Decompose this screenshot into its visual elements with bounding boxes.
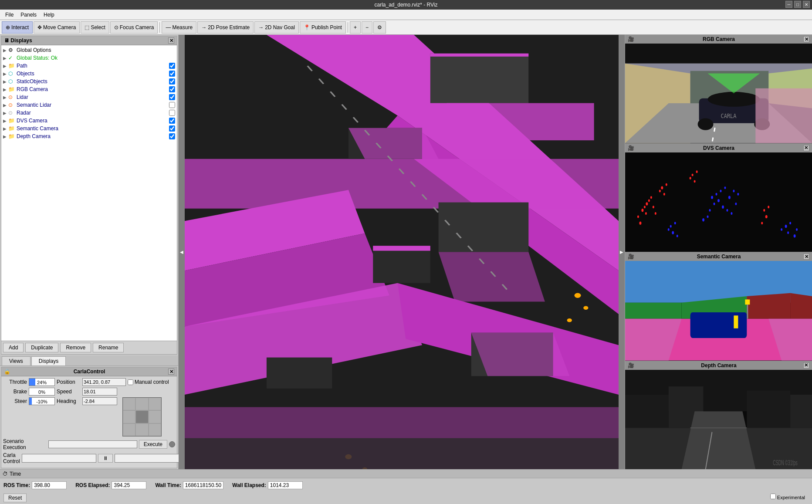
title-bar: carla_ad_demo.rviz* - RViz ─ □ ✕: [0, 0, 812, 10]
rgb-camera-checkbox[interactable]: [169, 86, 175, 92]
duplicate-button[interactable]: Duplicate: [25, 343, 58, 352]
list-item[interactable]: ▶ ⊙ Semantic Lidar: [1, 101, 177, 109]
svg-point-54: [659, 189, 661, 192]
list-item[interactable]: ▶ 📁 Path: [1, 62, 177, 70]
radar-checkbox[interactable]: [169, 110, 175, 116]
select-label: Select: [91, 24, 105, 30]
center-view: ◀: [179, 35, 625, 469]
svg-rect-4: [430, 54, 529, 103]
menu-file[interactable]: File: [2, 11, 17, 19]
svg-point-75: [765, 215, 768, 218]
zoom-out-button[interactable]: −: [362, 21, 372, 34]
list-item[interactable]: ▶ ✓ Global Status: Ok: [1, 54, 177, 62]
brake-value: 0%: [29, 388, 54, 396]
svg-point-78: [781, 228, 782, 230]
settings-button[interactable]: ⚙: [373, 21, 386, 34]
speed-input[interactable]: [82, 388, 117, 396]
viewport-3d[interactable]: [185, 35, 619, 469]
dvs-camera-close[interactable]: ✕: [803, 145, 809, 151]
steering-widget[interactable]: [122, 397, 162, 436]
displays-close-button[interactable]: ✕: [168, 37, 174, 44]
zoom-in-button[interactable]: +: [350, 21, 361, 34]
arrow-icon: ▶: [3, 134, 8, 139]
list-item[interactable]: ▶ ⬡ StaticObjects: [1, 78, 177, 85]
focus-camera-button[interactable]: ⊙ Focus Camera: [110, 21, 158, 34]
menu-panels[interactable]: Panels: [17, 11, 40, 19]
carla-control-input[interactable]: [22, 454, 96, 463]
window-title: carla_ad_demo.rviz* - RViz: [375, 2, 438, 8]
svg-point-47: [650, 196, 652, 199]
maximize-button[interactable]: □: [794, 1, 801, 8]
item-label: Lidar: [17, 94, 167, 100]
view-arrow-right[interactable]: ▶: [619, 35, 625, 469]
heading-input[interactable]: [82, 397, 117, 405]
dvs-camera-checkbox[interactable]: [169, 118, 175, 124]
close-button[interactable]: ✕: [803, 1, 810, 8]
displays-panel: 🖥 Displays ✕ ▶ ⚙ Global Options ▶: [1, 36, 177, 355]
add-button[interactable]: Add: [3, 343, 24, 352]
experimental-checkbox[interactable]: [770, 494, 776, 499]
status-indicator: [169, 441, 175, 447]
rgb-camera-close[interactable]: ✕: [803, 36, 809, 42]
depth-camera-checkbox[interactable]: [169, 133, 175, 139]
wall-time-label: Wall Time:: [155, 482, 181, 488]
item-label: RGB Camera: [17, 86, 167, 92]
rename-button[interactable]: Rename: [93, 343, 124, 352]
svg-point-44: [646, 202, 648, 205]
svg-point-81: [789, 222, 791, 224]
svg-marker-12: [439, 252, 545, 302]
carla-control-input2[interactable]: [115, 454, 189, 463]
svg-point-65: [724, 186, 726, 189]
svg-rect-109: [747, 390, 790, 428]
semantic-scene-svg: [625, 261, 812, 361]
remove-button[interactable]: Remove: [60, 343, 91, 352]
execute-button[interactable]: Execute: [139, 440, 167, 449]
reset-button[interactable]: Reset: [3, 494, 27, 502]
steer-sw: [123, 423, 135, 436]
pause-button[interactable]: ⏸: [98, 454, 113, 463]
select-button[interactable]: ⬚ Select: [81, 21, 109, 34]
svg-point-39: [698, 118, 714, 130]
2d-pose-button[interactable]: → 2D Pose Estimate: [197, 21, 254, 34]
objects-checkbox[interactable]: [169, 71, 175, 77]
steer-se: [149, 423, 161, 436]
tab-displays[interactable]: Displays: [31, 356, 66, 365]
svg-point-57: [666, 183, 667, 186]
svg-point-22: [567, 318, 572, 322]
list-item[interactable]: ▶ 📁 DVS Camera: [1, 117, 177, 125]
interact-button[interactable]: ⊕ Interact: [2, 21, 33, 34]
list-item[interactable]: ▶ ⊙ Radar: [1, 109, 177, 117]
position-input[interactable]: [82, 378, 126, 386]
lidar-checkbox[interactable]: [169, 94, 175, 100]
dvs-camera-title: DVS Camera: [703, 145, 734, 151]
move-camera-button[interactable]: ✥ Move Camera: [34, 21, 80, 34]
2d-nav-button[interactable]: → 2D Nav Goal: [254, 21, 299, 34]
semantic-lidar-checkbox[interactable]: [169, 102, 175, 108]
radar-icon: ⊙: [8, 110, 15, 116]
semantic-camera-close[interactable]: ✕: [803, 254, 809, 260]
semantic-camera-checkbox[interactable]: [169, 125, 175, 132]
depth-camera-close[interactable]: ✕: [803, 362, 809, 369]
list-item[interactable]: ▶ 📁 RGB Camera: [1, 85, 177, 93]
list-item[interactable]: ▶ ⊙ Lidar: [1, 93, 177, 101]
carla-close-button[interactable]: ✕: [168, 369, 174, 375]
separator-2: [348, 22, 348, 33]
tab-views[interactable]: Views: [2, 356, 30, 365]
measure-button[interactable]: — Measure: [162, 21, 196, 34]
minimize-button[interactable]: ─: [785, 1, 792, 8]
svg-text:CSDN ©31fps: CSDN ©31fps: [773, 458, 798, 467]
path-checkbox[interactable]: [169, 63, 175, 69]
list-item[interactable]: ▶ 📁 Semantic Camera: [1, 125, 177, 132]
scenario-input[interactable]: [48, 440, 137, 448]
list-item[interactable]: ▶ ⚙ Global Options: [1, 46, 177, 54]
list-item[interactable]: ▶ ⬡ Objects: [1, 70, 177, 78]
manual-control-checkbox[interactable]: [128, 379, 133, 385]
brake-row: Brake 0% Speed: [3, 388, 175, 396]
steer-row: Steer -10% Heading: [3, 397, 175, 436]
staticobjects-checkbox[interactable]: [169, 78, 175, 85]
view-arrow-left[interactable]: ◀: [179, 35, 185, 469]
window-controls: ─ □ ✕: [785, 1, 810, 8]
menu-help[interactable]: Help: [40, 11, 58, 19]
list-item[interactable]: ▶ 📁 Depth Camera: [1, 132, 177, 140]
publish-point-button[interactable]: 📍 Publish Point: [300, 21, 346, 34]
